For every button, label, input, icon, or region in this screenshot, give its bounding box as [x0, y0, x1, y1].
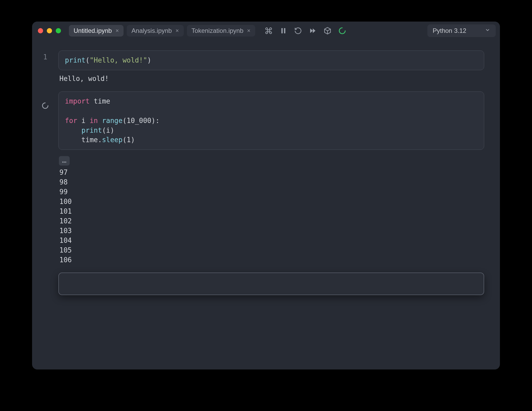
svg-rect-0 [281, 28, 283, 33]
close-icon[interactable]: × [176, 28, 179, 34]
run-all-icon[interactable] [309, 27, 317, 35]
tab-untitled[interactable]: Untitled.ipynb × [69, 25, 124, 37]
empty-code-cell[interactable] [58, 273, 484, 295]
tab-analysis[interactable]: Analysis.ipynb × [127, 25, 183, 37]
close-icon[interactable]: × [115, 28, 119, 34]
tab-tokenization[interactable]: Tokenization.ipynb × [187, 25, 255, 37]
output-text: Hello, wold! [59, 74, 484, 84]
tab-label: Analysis.ipynb [131, 27, 172, 34]
kernel-label: Python 3.12 [433, 27, 466, 34]
minimize-window-button[interactable] [47, 28, 52, 33]
close-window-button[interactable] [38, 28, 43, 33]
tab-label: Tokenization.ipynb [192, 27, 243, 34]
close-icon[interactable]: × [247, 28, 250, 34]
cell-output: … 97 98 99 100 101 102 103 104 105 106 [59, 153, 484, 265]
restart-icon[interactable] [294, 27, 302, 35]
code-cell[interactable]: import time for i in range(10_000): prin… [58, 91, 484, 150]
gutter: 1 [32, 40, 58, 369]
window-controls [38, 28, 61, 33]
cells-container: print("Hello, wold!") Hello, wold! impor… [58, 50, 484, 295]
notebook-body: 1 print("Hello, wold!") Hello, wold! imp… [32, 40, 500, 369]
fullscreen-window-button[interactable] [56, 28, 61, 33]
tab-bar: Untitled.ipynb × Analysis.ipynb × Tokeni… [69, 25, 255, 37]
code-cell[interactable]: print("Hello, wold!") [58, 50, 484, 70]
exec-count: 1 [32, 53, 58, 61]
command-palette-icon[interactable] [265, 27, 273, 35]
chevron-down-icon [485, 27, 490, 34]
output-truncated-marker[interactable]: … [59, 156, 70, 166]
output-text: 97 98 99 100 101 102 103 104 105 106 [59, 168, 484, 265]
cell-running-spinner-icon [32, 102, 58, 109]
kernel-status-spinner-icon [338, 27, 346, 35]
editor-window: Untitled.ipynb × Analysis.ipynb × Tokeni… [32, 22, 500, 369]
svg-rect-1 [284, 28, 285, 33]
titlebar: Untitled.ipynb × Analysis.ipynb × Tokeni… [32, 22, 500, 40]
code-content[interactable]: print("Hello, wold!") [65, 55, 478, 65]
toolbar [265, 27, 346, 35]
tab-label: Untitled.ipynb [74, 27, 112, 34]
code-content[interactable]: import time for i in range(10_000): prin… [65, 96, 478, 145]
kernel-selector[interactable]: Python 3.12 [427, 24, 496, 37]
package-icon[interactable] [324, 27, 331, 35]
cell-output: Hello, wold! [59, 74, 484, 84]
pause-icon[interactable] [279, 27, 287, 35]
